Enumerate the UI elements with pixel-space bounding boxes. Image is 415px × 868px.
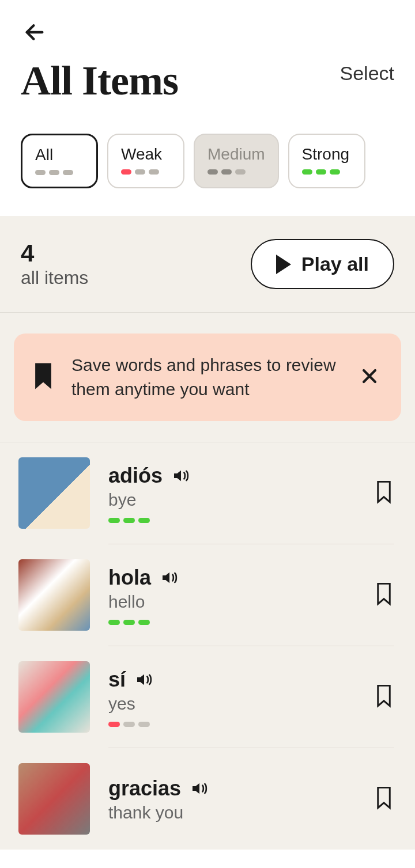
list-item[interactable]: hola hello [0,544,415,646]
back-button[interactable] [21,18,48,46]
strength-indicator [108,722,355,727]
filter-label: Medium [207,145,265,164]
bookmark-icon [373,479,394,505]
strength-indicator [121,169,171,175]
play-all-label: Play all [301,253,369,275]
item-word: adiós [108,464,163,488]
filter-label: All [35,146,84,164]
tip-banner: Save words and phrases to review them an… [14,333,401,421]
item-word: sí [108,668,126,692]
item-word: gracias [108,776,181,801]
bookmark-filled-icon [31,361,55,393]
speaker-icon [172,467,190,485]
filter-weak[interactable]: Weak [107,134,184,188]
bookmark-button[interactable] [373,683,394,711]
play-all-button[interactable]: Play all [251,239,394,289]
list-item[interactable]: sí yes [0,646,415,748]
tip-close-button[interactable] [355,362,384,393]
item-image [18,763,90,835]
bookmark-icon [373,581,394,607]
item-translation: hello [108,592,355,612]
item-translation: bye [108,490,355,510]
item-count-label: all items [21,267,88,289]
play-icon [276,255,291,274]
bookmark-button[interactable] [373,581,394,609]
audio-button[interactable] [190,779,209,798]
filter-label: Strong [302,145,352,164]
audio-button[interactable] [135,670,153,689]
item-list: adiós bye hola [0,442,415,850]
list-item[interactable]: adiós bye [0,442,415,544]
speaker-icon [190,779,209,798]
strength-indicator [302,169,352,175]
audio-button[interactable] [160,568,179,587]
strength-indicator [108,518,355,523]
item-translation: thank you [108,803,355,822]
strength-indicator [207,169,265,175]
item-image [18,559,90,631]
bookmark-button[interactable] [373,479,394,507]
speaker-icon [135,670,153,689]
filter-label: Weak [121,145,171,164]
arrow-left-icon [23,21,46,44]
bookmark-button[interactable] [373,785,394,813]
list-item[interactable]: gracias thank you [0,748,415,850]
bookmark-icon [373,683,394,708]
filter-medium[interactable]: Medium [194,134,279,188]
filter-strong[interactable]: Strong [288,134,365,188]
item-image [18,457,90,529]
filter-all[interactable]: All [21,134,98,188]
item-translation: yes [108,694,355,714]
audio-button[interactable] [172,467,190,485]
speaker-icon [160,568,179,587]
item-count: 4 [21,240,88,267]
select-button[interactable]: Select [340,62,395,85]
bookmark-icon [373,785,394,810]
filter-tabs: All Weak Medium Strong [0,101,415,216]
tip-text: Save words and phrases to review them an… [71,353,339,401]
strength-indicator [108,620,355,625]
item-word: hola [108,566,151,590]
strength-indicator [35,170,84,175]
page-title: All Items [21,60,178,101]
item-image [18,661,90,733]
close-icon [360,366,379,386]
